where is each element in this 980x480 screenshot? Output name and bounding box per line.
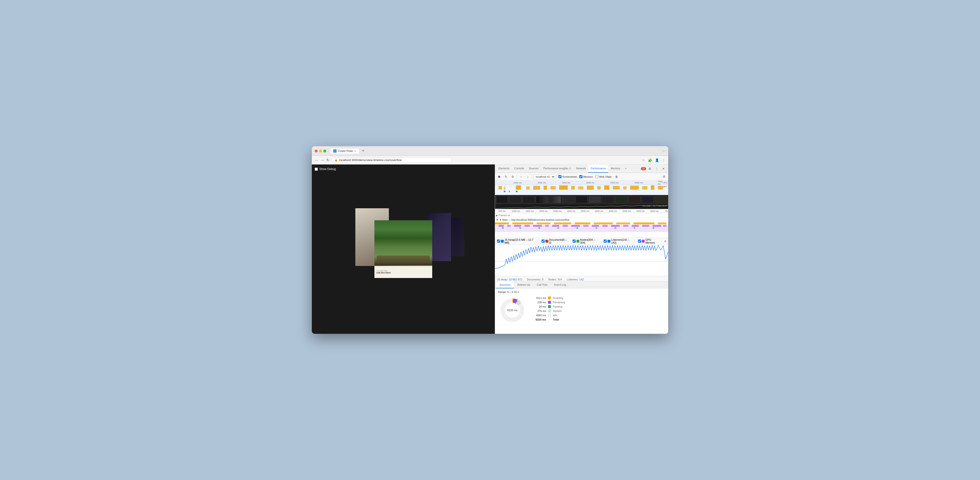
main-url: ▼ Main — http://localhost:3000/demo/view… xyxy=(500,219,570,221)
documents-checkbox-label[interactable]: Documents[5 – 5] xyxy=(541,238,570,244)
memory-checkbox-label[interactable]: Memory xyxy=(579,175,593,178)
tab-network[interactable]: Network xyxy=(574,165,588,173)
nodes-label: Nodes[304 – 304] xyxy=(580,238,601,244)
tab-summary[interactable]: Summary xyxy=(496,281,514,288)
gpu-memory-checkbox[interactable] xyxy=(638,239,641,242)
session-select[interactable]: localhost #1 xyxy=(534,174,555,179)
svg-rect-10 xyxy=(587,185,594,190)
tab-performance[interactable]: Performance xyxy=(588,165,608,173)
minimize-button[interactable] xyxy=(319,150,322,152)
js-heap-stat-value: 10 861 672 xyxy=(509,278,522,281)
perf-toolbar: ⏺ ↻ ⊘ ↑ ↓ localhost #1 Screenshots xyxy=(495,173,668,181)
lock-icon: 🔒 xyxy=(334,158,338,162)
nodes-checkbox-label[interactable]: Nodes[304 – 304] xyxy=(573,238,601,244)
close-button[interactable] xyxy=(315,150,318,152)
total-ms: 6220 ms xyxy=(534,318,546,321)
tab-more[interactable]: » xyxy=(623,165,629,173)
nodes-checkbox[interactable] xyxy=(573,239,576,242)
export-button[interactable]: ↓ xyxy=(525,174,530,179)
listeners-checkbox-label[interactable]: Listeners[142 – 142] xyxy=(604,238,635,244)
tab-console[interactable]: Console xyxy=(512,165,527,173)
clear-recordings-button[interactable]: 🗑 xyxy=(614,174,619,179)
devtools-more-button[interactable]: ⋮ xyxy=(654,166,660,171)
main-row: ▼ ▼ Main — http://localhost:3000/demo/vi… xyxy=(495,218,668,237)
bookmark-icon[interactable]: ☆ xyxy=(642,158,645,162)
toolbar-separator-2 xyxy=(532,174,532,179)
browser-viewport: Show Debug xyxy=(312,165,495,334)
refresh-record-button[interactable]: ↻ xyxy=(503,174,509,179)
show-debug-control: Show Debug xyxy=(315,167,336,171)
screenshots-label: Screenshots xyxy=(562,175,577,178)
listeners-stat-label: Listeners: xyxy=(567,278,578,281)
new-tab-button[interactable]: + xyxy=(360,148,366,154)
svg-rect-26 xyxy=(575,222,590,224)
timeline-overview[interactable]: 1000 ms 2000 ms 3000 ms 4000 ms 5000 ms … xyxy=(495,181,668,195)
forward-button[interactable]: → xyxy=(320,158,325,162)
js-heap-stat: JS Heap: 10 861 672 xyxy=(497,278,522,281)
net-svg xyxy=(495,190,668,193)
memory-graph xyxy=(495,245,668,276)
screenshots-checkbox[interactable] xyxy=(558,175,562,178)
tab-close-button[interactable]: ✕ xyxy=(354,150,356,153)
activity-bars-svg xyxy=(495,222,668,237)
svg-rect-45 xyxy=(623,225,628,227)
memory-checkbox[interactable] xyxy=(579,175,582,178)
tab-bottom-up[interactable]: Bottom-Up xyxy=(514,281,534,288)
main-timeline[interactable]: 500 ms 1000 ms 1500 ms 2000 ms 2500 ms 3… xyxy=(495,209,668,238)
web-vitals-checkbox-label[interactable]: Web Vitals xyxy=(595,175,612,178)
memory-stats: JS Heap: 10 861 672 Documents: 5 Nodes: … xyxy=(495,276,668,281)
url-bar[interactable]: 🔒 localhost:3000/demo/view-timeline-css/… xyxy=(331,157,452,163)
import-button[interactable]: ↑ xyxy=(519,174,524,179)
account-icon[interactable]: 👤 xyxy=(655,158,659,162)
documents-checkbox[interactable] xyxy=(541,239,545,242)
listeners-checkbox[interactable] xyxy=(604,239,607,242)
summary-panel: Range: 0 – 6.22 s xyxy=(495,288,668,334)
documents-stat: Documents: 5 xyxy=(527,278,544,281)
clear-button[interactable]: ⊘ xyxy=(510,174,515,179)
active-tab[interactable]: Cover Flow ✕ xyxy=(330,148,360,154)
back-button[interactable]: ← xyxy=(315,158,318,162)
r2-65: 65 xyxy=(665,210,668,212)
tab-sources[interactable]: Sources xyxy=(527,165,541,173)
content-area: Show Debug xyxy=(312,165,668,334)
extension-icon[interactable]: 🧩 xyxy=(648,158,652,162)
svg-rect-57 xyxy=(633,227,635,229)
ruler-label-2000: 2000 ms xyxy=(538,182,546,184)
js-heap-checkbox[interactable] xyxy=(497,239,500,242)
record-button[interactable]: ⏺ xyxy=(496,174,502,179)
album-label-volume: VOLUME ONE xyxy=(376,270,430,272)
screenshot-thumb xyxy=(641,196,654,203)
frames-label: ▶ Frames ns xyxy=(496,214,510,217)
gpu-memory-checkbox-label[interactable]: GPU Memory xyxy=(638,238,662,244)
devtools-settings-button[interactable]: ⚙ xyxy=(647,166,653,171)
fullscreen-button[interactable] xyxy=(323,150,326,152)
show-debug-checkbox[interactable] xyxy=(315,168,318,171)
svg-rect-43 xyxy=(603,225,608,227)
tab-extras[interactable]: ⋯ xyxy=(662,149,665,153)
summary-row-idle: 4060 ms Idle xyxy=(534,313,565,317)
reload-button[interactable]: ↻ xyxy=(326,158,329,162)
svg-rect-37 xyxy=(546,225,549,227)
screenshots-checkbox-label[interactable]: Screenshots xyxy=(558,175,577,178)
svg-rect-30 xyxy=(658,222,667,224)
web-vitals-checkbox[interactable] xyxy=(595,175,598,178)
tab-performance-insights[interactable]: Performance insights ⚠ xyxy=(541,165,574,173)
tab-elements[interactable]: Elements xyxy=(496,165,512,173)
menu-icon[interactable]: ⋮ xyxy=(662,158,665,162)
js-heap-checkbox-label[interactable]: JS Heap[10.5 MB – 12.7 MB] xyxy=(497,238,539,244)
tab-favicon xyxy=(333,149,337,153)
summary-row-total: 6220 ms Total xyxy=(534,317,565,322)
addressbar: ← → ↻ 🔒 localhost:3000/demo/view-timelin… xyxy=(312,156,668,165)
r2-6000: 6000 ms xyxy=(650,210,659,212)
devtools-close-button[interactable]: ✕ xyxy=(660,166,666,171)
memory-graph-svg xyxy=(495,245,668,276)
tab-call-tree[interactable]: Call Tree xyxy=(534,281,551,288)
r2-3500: 3500 ms xyxy=(581,210,589,212)
documents-label: Documents[5 – 5] xyxy=(549,238,570,244)
tab-memory[interactable]: Memory xyxy=(608,165,623,173)
tab-event-log[interactable]: Event Log xyxy=(551,281,570,288)
svg-rect-0 xyxy=(498,186,502,190)
memory-scroll-button[interactable]: ≡ xyxy=(664,239,666,243)
screenshot-thumb xyxy=(549,196,561,203)
perf-settings-button[interactable]: ⚙ xyxy=(662,174,667,179)
